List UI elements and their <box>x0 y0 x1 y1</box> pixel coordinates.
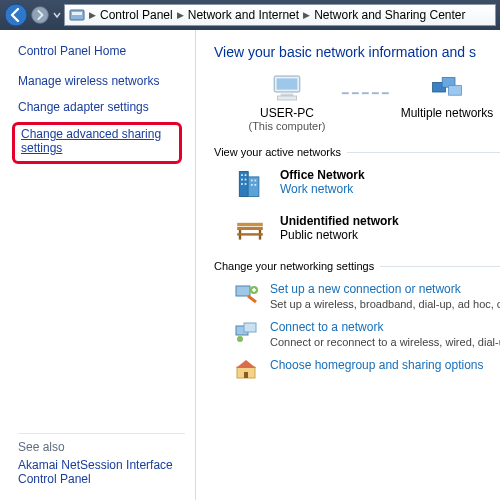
bench-icon <box>234 214 266 246</box>
divider <box>347 152 500 153</box>
networking-settings-header: Change your networking settings <box>214 260 500 272</box>
diagram-multi-label: Multiple networks <box>401 106 494 120</box>
computer-icon <box>271 72 303 104</box>
option-desc: Connect or reconnect to a wireless, wire… <box>270 336 500 348</box>
svg-rect-23 <box>237 223 263 226</box>
network-type: Public network <box>280 228 399 242</box>
settings-option: Connect to a network Connect or reconnec… <box>234 320 500 348</box>
chevron-right-icon: ▶ <box>301 10 312 20</box>
svg-rect-35 <box>244 372 248 378</box>
control-panel-home-link[interactable]: Control Panel Home <box>18 44 185 58</box>
page-title: View your basic network information and … <box>214 44 500 60</box>
sidebar-change-advanced-sharing[interactable]: Change advanced sharing settings <box>21 127 169 155</box>
breadcrumb-label: Network and Sharing Center <box>314 8 465 22</box>
back-button[interactable] <box>4 3 28 27</box>
network-diagram: USER-PC (This computer) ━━━━━ Multiple n… <box>234 72 500 132</box>
see-also-section: See also Akamai NetSession Interface Con… <box>18 427 185 490</box>
svg-rect-28 <box>236 286 250 296</box>
homegroup-icon <box>234 358 258 382</box>
svg-rect-5 <box>277 78 298 89</box>
svg-marker-34 <box>236 360 256 368</box>
svg-rect-3 <box>72 12 82 15</box>
address-bar: ▶Control Panel ▶Network and Internet ▶Ne… <box>0 0 500 30</box>
svg-rect-31 <box>244 323 256 332</box>
sidebar-manage-wireless[interactable]: Manage wireless networks <box>18 74 185 88</box>
diagram-pc-label: USER-PC <box>260 106 314 120</box>
svg-rect-18 <box>245 183 247 185</box>
diagram-link-line: ━━━━━ <box>342 87 392 100</box>
option-link[interactable]: Set up a new connection or network <box>270 282 500 296</box>
svg-rect-21 <box>251 184 253 186</box>
diagram-node-multi[interactable]: Multiple networks <box>394 72 500 132</box>
network-name: Unidentified network <box>280 214 399 228</box>
svg-point-1 <box>32 7 49 24</box>
sidebar-akamai-link[interactable]: Akamai NetSession Interface Control Pane… <box>18 458 185 486</box>
breadcrumb-segment[interactable]: ▶Network and Sharing Center <box>301 8 465 22</box>
svg-rect-22 <box>254 184 256 186</box>
svg-rect-12 <box>248 177 259 197</box>
breadcrumb-label: Control Panel <box>100 8 173 22</box>
network-name: Office Network <box>280 168 365 182</box>
see-also-label: See also <box>18 440 185 454</box>
office-building-icon <box>234 168 266 200</box>
multi-networks-icon <box>431 72 463 104</box>
network-row: Office Network Work network <box>234 168 500 200</box>
network-row: Unidentified network Public network <box>234 214 500 246</box>
forward-button[interactable] <box>30 3 50 27</box>
chevron-right-icon: ▶ <box>175 10 186 20</box>
option-desc: Set up a wireless, broadband, dial-up, a… <box>270 298 500 310</box>
svg-rect-10 <box>449 86 462 96</box>
svg-rect-7 <box>277 96 296 100</box>
main-pane: View your basic network information and … <box>196 30 500 500</box>
svg-rect-24 <box>237 227 263 230</box>
option-link[interactable]: Choose homegroup and sharing options <box>270 358 483 372</box>
breadcrumb-label: Network and Internet <box>188 8 299 22</box>
svg-rect-14 <box>245 174 247 176</box>
new-connection-icon <box>234 282 258 306</box>
svg-rect-17 <box>241 183 243 185</box>
highlight-annotation: Change advanced sharing settings <box>12 122 182 164</box>
settings-option: Choose homegroup and sharing options <box>234 358 500 382</box>
dropdown-chevron-icon[interactable] <box>52 4 62 26</box>
breadcrumb-segment[interactable]: ▶Network and Internet <box>175 8 299 22</box>
svg-rect-20 <box>254 180 256 182</box>
svg-rect-16 <box>245 179 247 181</box>
active-networks-label: View your active networks <box>214 146 341 158</box>
svg-rect-27 <box>237 233 263 235</box>
settings-option: Set up a new connection or network Set u… <box>234 282 500 310</box>
svg-rect-11 <box>239 172 248 197</box>
sidebar-change-adapter[interactable]: Change adapter settings <box>18 100 185 114</box>
svg-rect-19 <box>251 180 253 182</box>
svg-point-32 <box>237 336 243 342</box>
svg-point-0 <box>5 4 27 26</box>
control-panel-icon <box>69 7 85 23</box>
sidebar: Control Panel Home Manage wireless netwo… <box>0 30 196 500</box>
divider <box>380 266 500 267</box>
connect-network-icon <box>234 320 258 344</box>
svg-rect-15 <box>241 179 243 181</box>
diagram-pc-sublabel: (This computer) <box>248 120 325 132</box>
chevron-right-icon: ▶ <box>87 10 98 20</box>
breadcrumb[interactable]: ▶Control Panel ▶Network and Internet ▶Ne… <box>64 4 496 26</box>
diagram-node-pc[interactable]: USER-PC (This computer) <box>234 72 340 132</box>
settings-label: Change your networking settings <box>214 260 374 272</box>
network-type-link[interactable]: Work network <box>280 182 365 196</box>
option-link[interactable]: Connect to a network <box>270 320 500 334</box>
svg-rect-13 <box>241 174 243 176</box>
breadcrumb-segment[interactable]: ▶Control Panel <box>87 8 173 22</box>
active-networks-header: View your active networks <box>214 146 500 158</box>
divider <box>18 433 185 434</box>
